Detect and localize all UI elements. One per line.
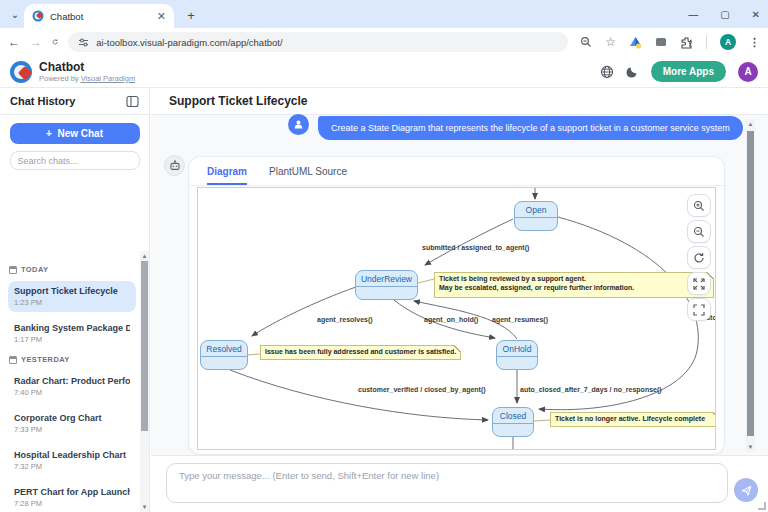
state-open: Open [514, 201, 558, 231]
fullscreen-button[interactable] [687, 272, 711, 295]
browser-tab[interactable]: Chatbot ✕ [24, 4, 174, 28]
section-today: TODAY [9, 265, 136, 274]
user-message-bubble: Create a State Diagram that represents t… [318, 116, 743, 140]
language-globe-icon[interactable] [600, 65, 614, 79]
message-footer [151, 455, 768, 512]
transition-label-customer-verified: customer_verified / closed_by_agent() [358, 386, 486, 393]
chat-item[interactable]: Hospital Leadership Chart 7:32 PM [8, 445, 136, 476]
send-icon [741, 485, 752, 496]
zoom-out-button[interactable] [687, 220, 711, 243]
chat-item[interactable]: Radar Chart: Product Perfor... 7:40 PM [8, 371, 136, 402]
diagram-toolbar [687, 194, 711, 321]
chat-item[interactable]: Support Ticket Lifecycle 1:23 PM [8, 281, 136, 312]
window-maximize-icon[interactable]: ▢ [720, 9, 729, 20]
window-minimize-icon[interactable]: — [688, 9, 698, 20]
transition-label-agent-resumes: agent_resumes() [492, 316, 548, 323]
visual-paradigm-logo [10, 61, 32, 83]
resize-handle-icon[interactable] [758, 502, 766, 510]
response-card: Diagram PlantUML Source [188, 156, 725, 455]
note-resolved: Issue has been fully addressed and custo… [260, 345, 461, 360]
gray-extension-icon[interactable] [655, 36, 667, 48]
transition-label-agent-on-hold: agent_on_hold() [424, 316, 478, 323]
favicon [32, 10, 44, 22]
window-close-icon[interactable]: ✕ [752, 9, 760, 20]
section-yesterday: YESTERDAY [9, 355, 136, 364]
state-resolved: Resolved [200, 340, 248, 370]
app-header: Chatbot Powered by Visual Paradigm More … [0, 56, 768, 88]
new-tab-icon[interactable]: + [182, 7, 200, 25]
back-icon[interactable]: ← [8, 35, 20, 49]
tab-close-icon[interactable]: ✕ [157, 11, 166, 22]
transition-label-agent-resolves: agent_resolves() [317, 316, 373, 323]
fit-view-button[interactable] [687, 298, 711, 321]
send-button[interactable] [734, 478, 758, 502]
state-underreview: UnderReview [355, 270, 418, 300]
tab-bar: Diagram PlantUML Source [189, 157, 724, 186]
reload-icon[interactable] [52, 36, 58, 48]
message-input[interactable] [166, 463, 728, 503]
scroll-up-icon[interactable]: ▲ [746, 121, 755, 127]
scrollbar-thumb[interactable] [747, 131, 754, 436]
chat-area: Create a State Diagram that represents t… [151, 116, 768, 455]
note-closed: Ticket is no longer active. Lifecycle co… [550, 412, 716, 427]
scrollbar-thumb[interactable] [141, 261, 148, 431]
plus-icon: + [46, 128, 52, 139]
bookmark-star-icon[interactable]: ☆ [605, 35, 616, 49]
app-title: Chatbot [39, 61, 600, 74]
scroll-down-icon[interactable]: ▼ [140, 504, 149, 510]
url-text: ai-toolbox.visual-paradigm.com/app/chatb… [96, 37, 282, 48]
browser-window: ⌄ Chatbot ✕ + — ▢ ✕ ← → ai-toolbox.visua… [0, 0, 768, 512]
chat-history-list: TODAY Support Ticket Lifecycle 1:23 PM B… [0, 251, 140, 512]
drive-extension-icon[interactable] [629, 36, 642, 49]
divider [706, 35, 707, 49]
new-chat-button[interactable]: + New Chat [10, 123, 140, 144]
more-apps-button[interactable]: More Apps [651, 61, 726, 82]
sidebar: Chat History + New Chat TODAY Support Ti… [0, 88, 150, 512]
visual-paradigm-link[interactable]: Visual Paradigm [81, 74, 135, 83]
browser-profile-avatar[interactable]: A [720, 34, 736, 50]
collapse-panel-icon[interactable] [126, 95, 139, 108]
chat-item[interactable]: Banking System Package Dia... 1:17 PM [8, 318, 136, 349]
calendar-icon [9, 266, 17, 274]
robot-icon [169, 160, 181, 172]
chat-scrollbar[interactable]: ▲ ▼ [746, 119, 755, 452]
extensions-puzzle-icon[interactable] [680, 36, 693, 49]
transition-label-auto-closed: auto_closed_after_7_days / no_response() [520, 386, 662, 393]
zoom-page-icon[interactable] [580, 36, 592, 48]
user-avatar[interactable]: A [738, 62, 758, 82]
reset-view-button[interactable] [687, 246, 711, 269]
note-underreview: Ticket is being reviewed by a support ag… [434, 272, 714, 298]
state-closed: Closed [492, 407, 534, 437]
dark-mode-moon-icon[interactable] [626, 65, 639, 78]
address-bar[interactable]: ai-toolbox.visual-paradigm.com/app/chatb… [68, 32, 568, 52]
tab-plantuml-source[interactable]: PlantUML Source [269, 166, 347, 185]
browser-menu-icon[interactable]: ⋮ [749, 36, 760, 49]
scroll-down-icon[interactable]: ▼ [746, 444, 755, 450]
chat-item[interactable]: PERT Chart for App Launch 7:28 PM [8, 482, 136, 512]
search-input[interactable] [10, 151, 140, 170]
chat-item[interactable]: Corporate Org Chart 7:33 PM [8, 408, 136, 439]
person-icon [293, 119, 304, 130]
state-onhold: OnHold [496, 340, 538, 370]
main-area: Support Ticket Lifecycle Create a State … [151, 88, 768, 512]
site-settings-icon[interactable] [78, 37, 89, 48]
state-diagram-canvas[interactable]: Open UnderReview Resolved OnHold Closed … [197, 187, 716, 450]
browser-toolbar: ← → ai-toolbox.visual-paradigm.com/app/c… [0, 28, 768, 56]
sidebar-scrollbar[interactable]: ▲ ▼ [140, 251, 149, 512]
forward-icon[interactable]: → [30, 35, 42, 49]
scroll-up-icon[interactable]: ▲ [140, 253, 149, 259]
bot-avatar [164, 155, 185, 176]
tab-title: Chatbot [50, 11, 151, 22]
zoom-in-button[interactable] [687, 194, 711, 217]
page-title: Support Ticket Lifecycle [169, 94, 308, 108]
sidebar-title: Chat History [10, 95, 75, 107]
powered-by: Powered by Visual Paradigm [39, 74, 600, 83]
user-message-avatar [288, 114, 309, 135]
browser-titlebar: ⌄ Chatbot ✕ + — ▢ ✕ [0, 0, 768, 28]
tab-search-icon[interactable]: ⌄ [6, 6, 24, 24]
calendar-icon [9, 356, 17, 364]
tab-diagram[interactable]: Diagram [207, 166, 247, 185]
transition-label-submitted: submitted / assigned_to_agent() [422, 244, 529, 251]
